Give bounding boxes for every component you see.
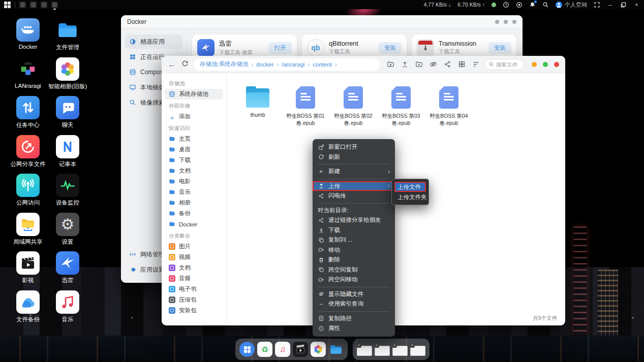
window-preview-3[interactable] xyxy=(392,343,408,356)
menu-item-new[interactable]: ＋ 新建 › xyxy=(313,167,395,177)
menu-item-show-hidden-files[interactable]: 显示隐藏文件 xyxy=(313,289,395,300)
sidebar-item-movies[interactable]: 电影 xyxy=(165,176,223,187)
breadcrumb-segment-docker[interactable]: docker xyxy=(256,61,274,68)
install-app-button[interactable]: 安装 xyxy=(488,42,511,54)
folder-download-icon[interactable] xyxy=(387,60,394,68)
files-app-icon[interactable] xyxy=(328,342,344,357)
menu-item-delete[interactable]: 删除 xyxy=(313,255,395,265)
sidebar-item-docs-category[interactable]: 文档 xyxy=(165,262,223,273)
running-app-2-icon[interactable] xyxy=(30,2,37,8)
menu-item-properties[interactable]: 属性 xyxy=(313,323,395,334)
desktop-icon-chat[interactable]: 聊天 xyxy=(48,96,87,135)
breadcrumb-segment-content[interactable]: content xyxy=(313,61,332,68)
menu-item-open-new-window[interactable]: 新窗口打开 xyxy=(313,142,395,152)
user-menu[interactable]: 个人空间 xyxy=(556,1,587,9)
fullscreen-icon[interactable] xyxy=(594,2,600,8)
file-epub-03[interactable]: 野生BOSS 第03卷.epub xyxy=(380,86,422,126)
sidebar-item-audio[interactable]: 音频 xyxy=(165,273,223,284)
sidebar-item-system-pool[interactable]: 系统存储池 xyxy=(165,89,223,100)
sidebar-item-music[interactable]: 音乐 xyxy=(165,187,223,198)
docker-window-controls[interactable] xyxy=(495,20,516,24)
desktop-icon-music[interactable]: 音乐 xyxy=(48,290,87,330)
desktop-icon-task-center[interactable]: 任务中心 xyxy=(8,96,48,135)
desktop-icon-notes[interactable]: 记事本 xyxy=(48,135,87,174)
running-app-4-icon[interactable] xyxy=(51,2,58,8)
file-epub-04[interactable]: 野生BOSS 第04卷.epub xyxy=(428,86,470,126)
minimize-dot[interactable] xyxy=(532,62,537,67)
movies-app-icon[interactable] xyxy=(293,342,308,357)
new-folder-icon[interactable] xyxy=(415,60,423,68)
upload-icon[interactable] xyxy=(401,60,409,68)
music-app-icon[interactable]: ♫ xyxy=(275,342,290,357)
docker-titlebar[interactable]: Docker xyxy=(121,15,523,28)
window-preview-4[interactable] xyxy=(410,343,425,356)
menu-item-upload[interactable]: 上传 › xyxy=(313,181,395,191)
back-button[interactable]: ← xyxy=(168,60,176,69)
desktop-icon-file-backup[interactable]: 文件备份 xyxy=(8,290,48,330)
sidebar-item-albums[interactable]: 相册 xyxy=(165,198,223,208)
running-app-1-icon[interactable] xyxy=(19,2,26,8)
desktop-icon-lanraragi[interactable]: LANraragi xyxy=(8,57,48,96)
desktop-icon-public-access[interactable]: 公网访问 xyxy=(8,174,48,213)
desktop-icon-movies[interactable]: 影视 xyxy=(8,251,48,290)
sidebar-item-downloads[interactable]: 下载 xyxy=(165,155,223,166)
sidebar-item-backup[interactable]: 备份 xyxy=(165,208,223,219)
hidden-files-icon[interactable] xyxy=(430,60,437,68)
breadcrumb-segment-pool[interactable]: 存储池:系统存储池 xyxy=(200,60,248,68)
open-app-button[interactable]: 打开 xyxy=(269,42,292,54)
maximize-dot[interactable] xyxy=(543,62,548,67)
desktop-icon-smart-album[interactable]: 智能相册(旧版) xyxy=(48,57,87,96)
breadcrumb-segment-lanraragi[interactable]: lanraragi xyxy=(282,61,305,68)
file-thumb-folder[interactable]: thumb xyxy=(237,86,279,118)
desktop-icon-file-manager[interactable]: 文件管理 xyxy=(48,18,87,57)
menu-item-move[interactable]: 移动 xyxy=(313,245,395,255)
menu-item-copy-path[interactable]: 复制路径 xyxy=(313,314,395,324)
notification-bell-icon[interactable] xyxy=(529,2,536,8)
menu-item-index-query[interactable]: − 使用索引查询 xyxy=(313,299,395,309)
status-dot-icon[interactable] xyxy=(492,3,496,7)
clock-icon[interactable] xyxy=(503,2,509,8)
menu-item-download[interactable]: 下载 xyxy=(313,225,395,236)
app-launcher-icon[interactable] xyxy=(239,342,255,357)
window-preview-1[interactable] xyxy=(357,343,372,356)
start-menu-icon[interactable] xyxy=(4,2,11,8)
desktop-icon-docker[interactable]: Docker xyxy=(8,18,48,57)
sidebar-item-ebooks[interactable]: 电子书 xyxy=(165,284,223,294)
desktop-icon-device-monitor[interactable]: 设备监控 xyxy=(48,174,87,213)
menu-item-flash-transfer[interactable]: 闪电传 xyxy=(313,191,395,201)
menu-item-copy-to[interactable]: 复制到 ... xyxy=(313,235,395,245)
refresh-button[interactable] xyxy=(180,60,189,69)
photos-app-icon[interactable] xyxy=(311,342,326,357)
menu-item-refresh[interactable]: 刷新 xyxy=(313,152,395,162)
desktop-icon-settings[interactable]: ⚙ 设置 xyxy=(48,213,87,252)
sidebar-item-pictures[interactable]: 图片 xyxy=(165,241,223,252)
recycle-bin-icon[interactable]: ♻ xyxy=(257,342,272,357)
search-box[interactable] xyxy=(484,59,524,70)
screen-record-icon[interactable] xyxy=(516,2,523,8)
menu-item-cross-space-copy[interactable]: 跨空间复制 xyxy=(313,265,395,275)
maximize-button[interactable] xyxy=(620,2,627,8)
running-app-3-icon[interactable] xyxy=(41,2,47,8)
sidebar-item-packages[interactable]: 安装包 xyxy=(165,305,223,316)
menu-item-cross-space-move[interactable]: 跨空间移动 xyxy=(313,275,395,285)
close-button[interactable]: × xyxy=(633,2,640,8)
view-grid-icon[interactable] xyxy=(458,60,466,68)
search-icon[interactable] xyxy=(542,2,549,8)
sidebar-item-videos[interactable]: 视频 xyxy=(165,252,223,262)
sidebar-item-documents[interactable]: 文档 xyxy=(165,166,223,176)
submenu-item-upload-file[interactable]: 上传文件 xyxy=(394,182,426,192)
install-app-button[interactable]: 安装 xyxy=(379,42,402,54)
close-dot[interactable] xyxy=(554,62,559,67)
desktop-icon-public-share[interactable]: 公网分享文件 xyxy=(8,135,48,174)
sidebar-item-home[interactable]: 主页 xyxy=(165,134,223,144)
menu-item-share-link[interactable]: 通过链接分享给朋友 xyxy=(313,215,395,225)
sidebar-item-docker[interactable]: Docker xyxy=(165,219,223,229)
submenu-item-upload-folder[interactable]: 上传文件夹 xyxy=(394,192,426,202)
file-epub-01[interactable]: 野生BOSS 第01卷.epub xyxy=(285,86,326,126)
sidebar-item-add-storage[interactable]: ＋ 添加 xyxy=(165,111,223,122)
sort-icon[interactable] xyxy=(472,60,480,68)
docker-sidebar-featured-apps[interactable]: 精选应用 xyxy=(125,35,182,49)
search-input[interactable] xyxy=(496,61,520,68)
desktop-icon-thunder[interactable]: 迅雷 xyxy=(48,251,87,290)
sidebar-item-desktop[interactable]: 桌面 xyxy=(165,144,223,155)
